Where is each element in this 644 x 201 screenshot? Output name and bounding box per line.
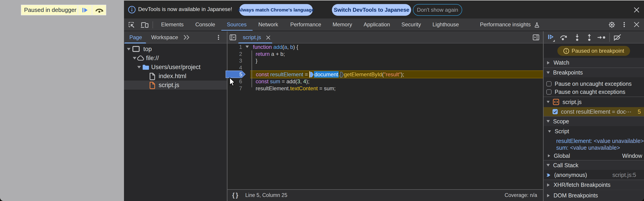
- svg-text:5: 5: [240, 71, 242, 78]
